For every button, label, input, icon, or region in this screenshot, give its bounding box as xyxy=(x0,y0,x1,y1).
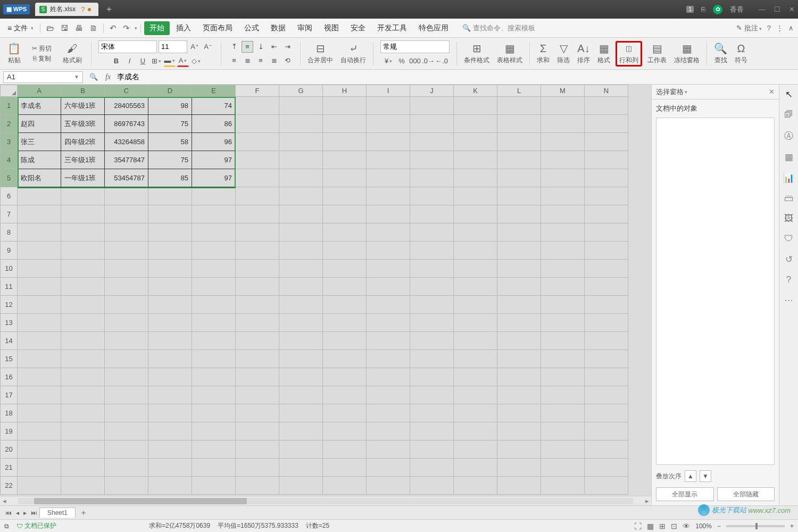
cell-I21[interactable] xyxy=(367,459,410,477)
cell-I4[interactable] xyxy=(367,151,410,169)
cell-B14[interactable] xyxy=(61,332,105,350)
cell-G12[interactable] xyxy=(279,296,323,314)
cell-D5[interactable]: 85 xyxy=(148,169,192,187)
cell-D3[interactable]: 58 xyxy=(148,133,192,151)
cell-G16[interactable] xyxy=(279,368,323,386)
cell-M12[interactable] xyxy=(541,296,585,314)
cut-button[interactable]: ✂剪切 xyxy=(30,44,53,54)
cell-J13[interactable] xyxy=(410,314,454,332)
cell-D21[interactable] xyxy=(148,459,192,477)
cell-E12[interactable] xyxy=(192,296,236,314)
col-header-B[interactable]: B xyxy=(61,85,105,97)
cell-D4[interactable]: 75 xyxy=(148,151,192,169)
cell-I15[interactable] xyxy=(367,350,410,368)
cell-M9[interactable] xyxy=(541,242,585,260)
cell-G18[interactable] xyxy=(279,404,323,422)
cell-G5[interactable] xyxy=(279,169,323,187)
cell-K18[interactable] xyxy=(454,404,497,422)
cell-I12[interactable] xyxy=(367,296,410,314)
decrease-decimal-button[interactable]: ←.0 xyxy=(436,55,447,67)
row-header-7[interactable]: 7 xyxy=(1,205,18,223)
cell-K5[interactable] xyxy=(454,169,497,187)
cell-L3[interactable] xyxy=(497,133,541,151)
selection-pane-list[interactable] xyxy=(656,118,775,465)
cell-B8[interactable] xyxy=(61,223,105,242)
cell-J3[interactable] xyxy=(410,133,454,151)
cell-D1[interactable]: 98 xyxy=(148,97,192,115)
increase-font-icon[interactable]: A⁺ xyxy=(189,41,201,53)
cell-C5[interactable]: 53454787 xyxy=(105,169,148,187)
close-pane-icon[interactable]: ✕ xyxy=(769,88,775,96)
cell-B13[interactable] xyxy=(61,314,105,332)
cell-C7[interactable] xyxy=(105,205,148,223)
increase-decimal-button[interactable]: .0→ xyxy=(422,55,434,67)
cell-A6[interactable] xyxy=(18,187,61,205)
cell-C19[interactable] xyxy=(105,422,148,440)
cell-F16[interactable] xyxy=(236,368,279,386)
align-middle-button[interactable]: ≡ xyxy=(242,41,253,53)
cell-C15[interactable] xyxy=(105,350,148,368)
horizontal-scrollbar[interactable]: ◂ ▸ xyxy=(0,496,651,505)
normal-view-icon[interactable]: ▦ xyxy=(647,522,654,530)
align-top-button[interactable]: ⤒ xyxy=(228,41,240,53)
cell-E14[interactable] xyxy=(192,332,236,350)
cell-K13[interactable] xyxy=(454,314,497,332)
cell-D2[interactable]: 75 xyxy=(148,115,192,133)
cell-E22[interactable] xyxy=(192,477,236,495)
cell-E8[interactable] xyxy=(192,223,236,242)
col-header-C[interactable]: C xyxy=(105,85,148,97)
cell-B18[interactable] xyxy=(61,404,105,422)
cell-I22[interactable] xyxy=(367,477,410,495)
document-protected[interactable]: 🛡文档已保护 xyxy=(16,521,56,530)
cell-A13[interactable] xyxy=(18,314,61,332)
link-icon[interactable]: ⧉ xyxy=(4,522,9,530)
cell-I6[interactable] xyxy=(367,187,410,205)
zoom-slider[interactable] xyxy=(726,525,785,527)
spreadsheet-area[interactable]: ABCDEFGHIJKLMN1李成名六年级1班2840556398742赵四五年… xyxy=(0,85,651,505)
redo-icon[interactable]: ↷ xyxy=(120,22,132,34)
cell-J14[interactable] xyxy=(410,332,454,350)
cell-A10[interactable] xyxy=(18,260,61,278)
row-header-8[interactable]: 8 xyxy=(1,223,18,242)
cell-J10[interactable] xyxy=(410,260,454,278)
cell-J12[interactable] xyxy=(410,296,454,314)
orientation-button[interactable]: ⟲ xyxy=(281,55,293,66)
cell-D15[interactable] xyxy=(148,350,192,368)
cell-I7[interactable] xyxy=(367,205,410,223)
cell-M21[interactable] xyxy=(541,459,585,477)
row-header-11[interactable]: 11 xyxy=(1,278,18,296)
col-header-H[interactable]: H xyxy=(323,85,367,97)
cell-K3[interactable] xyxy=(454,133,497,151)
cell-B6[interactable] xyxy=(61,187,105,205)
sheet-first-icon[interactable]: ⏮ xyxy=(3,509,14,517)
reading-view-icon[interactable]: ⊡ xyxy=(671,522,677,530)
cell-A17[interactable] xyxy=(18,386,61,404)
cell-I3[interactable] xyxy=(367,133,410,151)
cell-F3[interactable] xyxy=(236,133,279,151)
cell-H15[interactable] xyxy=(323,350,367,368)
menu-开发工具[interactable]: 开发工具 xyxy=(372,21,412,35)
cell-J4[interactable] xyxy=(410,151,454,169)
cell-J9[interactable] xyxy=(410,242,454,260)
cell-N14[interactable] xyxy=(585,332,628,350)
find-button[interactable]: 🔍查找 xyxy=(712,41,729,66)
cell-H22[interactable] xyxy=(323,477,367,495)
cell-M3[interactable] xyxy=(541,133,585,151)
currency-button[interactable]: ¥▾ xyxy=(383,55,394,67)
col-header-K[interactable]: K xyxy=(454,85,497,97)
image-icon[interactable]: 🖼 xyxy=(784,213,793,224)
cell-C2[interactable]: 86976743 xyxy=(105,115,148,133)
cell-C4[interactable]: 35477847 xyxy=(105,151,148,169)
format-button[interactable]: ▦格式 xyxy=(595,41,612,66)
align-center-button[interactable]: ≣ xyxy=(242,55,253,66)
cell-H6[interactable] xyxy=(323,187,367,205)
cell-F19[interactable] xyxy=(236,422,279,440)
cell-H4[interactable] xyxy=(323,151,367,169)
cell-A8[interactable] xyxy=(18,223,61,242)
cell-N16[interactable] xyxy=(585,368,628,386)
cell-M19[interactable] xyxy=(541,422,585,440)
row-header-3[interactable]: 3 xyxy=(1,133,18,151)
cell-F22[interactable] xyxy=(236,477,279,495)
cell-E9[interactable] xyxy=(192,242,236,260)
cell-E15[interactable] xyxy=(192,350,236,368)
